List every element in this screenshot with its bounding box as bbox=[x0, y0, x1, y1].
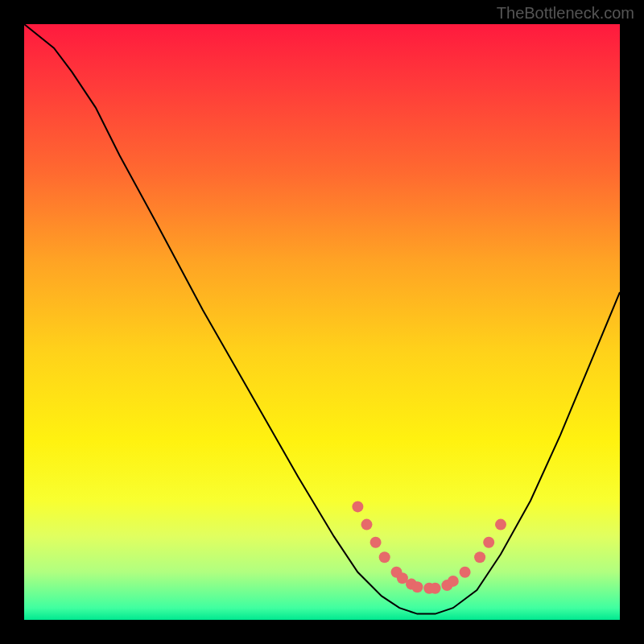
curve-marker bbox=[379, 551, 390, 563]
curve-marker bbox=[411, 581, 423, 592]
curve-marker bbox=[448, 576, 459, 587]
plot-area bbox=[24, 24, 620, 620]
chart-container: TheBottleneck.com bbox=[0, 0, 644, 644]
curve-marker bbox=[370, 537, 382, 548]
curve-marker bbox=[352, 501, 363, 512]
curve-marker bbox=[474, 551, 485, 563]
curve-marker bbox=[460, 567, 471, 578]
curve-marker bbox=[430, 583, 441, 594]
curve-marker bbox=[495, 519, 506, 530]
bottleneck-curve bbox=[24, 24, 620, 614]
plot-svg bbox=[24, 24, 620, 620]
curve-marker bbox=[361, 519, 373, 530]
curve-marker bbox=[483, 537, 494, 548]
attribution-label: TheBottleneck.com bbox=[497, 4, 634, 23]
